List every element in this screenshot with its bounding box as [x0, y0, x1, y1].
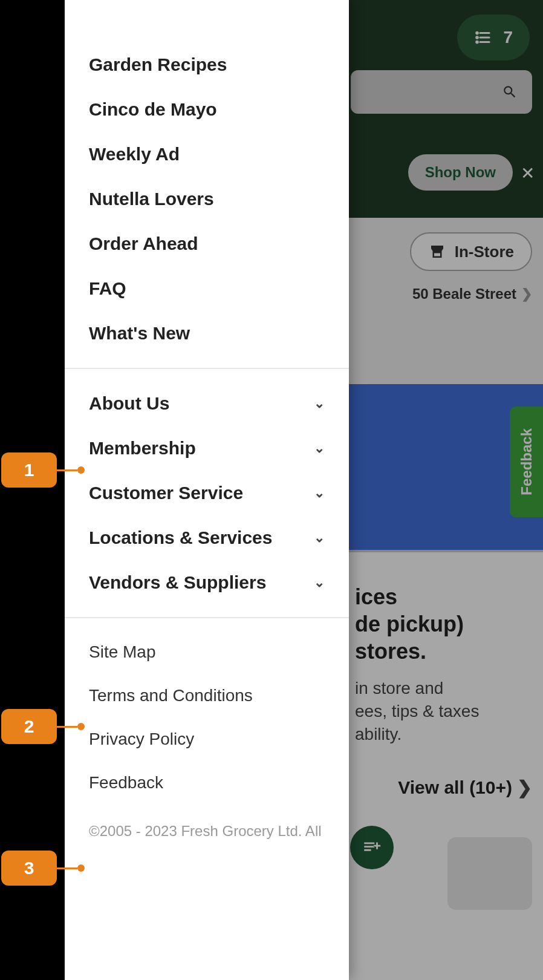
nav-weekly-ad[interactable]: Weekly Ad	[65, 132, 349, 177]
nav-vendors-suppliers[interactable]: Vendors & Suppliers⌄	[65, 560, 349, 605]
marker-number: 2	[1, 709, 57, 744]
nav-site-map[interactable]: Site Map	[65, 630, 349, 674]
marker-number: 1	[1, 452, 57, 488]
drawer-section-links: Garden Recipes Cinco de Mayo Weekly Ad N…	[65, 0, 349, 369]
marker-number: 3	[1, 851, 57, 886]
chevron-down-icon: ⌄	[314, 575, 325, 590]
nav-garden-recipes[interactable]: Garden Recipes	[65, 42, 349, 87]
chevron-down-icon: ⌄	[314, 530, 325, 546]
navigation-drawer: Garden Recipes Cinco de Mayo Weekly Ad N…	[65, 0, 349, 980]
nav-locations-services[interactable]: Locations & Services⌄	[65, 515, 349, 560]
chevron-down-icon: ⌄	[314, 396, 325, 411]
annotation-marker-2: 2	[1, 709, 85, 744]
chevron-down-icon: ⌄	[314, 440, 325, 456]
chevron-down-icon: ⌄	[314, 485, 325, 501]
annotation-marker-3: 3	[1, 851, 85, 886]
nav-terms[interactable]: Terms and Conditions	[65, 674, 349, 717]
nav-membership[interactable]: Membership⌄	[65, 426, 349, 471]
annotation-marker-1: 1	[1, 452, 85, 488]
nav-about-us[interactable]: About Us⌄	[65, 381, 349, 426]
nav-customer-service[interactable]: Customer Service⌄	[65, 471, 349, 515]
nav-nutella-lovers[interactable]: Nutella Lovers	[65, 177, 349, 221]
drawer-section-expandable: About Us⌄ Membership⌄ Customer Service⌄ …	[65, 369, 349, 618]
nav-feedback[interactable]: Feedback	[65, 761, 349, 805]
nav-whats-new[interactable]: What's New	[65, 311, 349, 356]
copyright-text: ©2005 - 2023 Fresh Grocery Ltd. All	[65, 805, 349, 840]
drawer-section-footer: Site Map Terms and Conditions Privacy Po…	[65, 618, 349, 852]
nav-cinco-de-mayo[interactable]: Cinco de Mayo	[65, 87, 349, 132]
nav-order-ahead[interactable]: Order Ahead	[65, 221, 349, 266]
nav-privacy[interactable]: Privacy Policy	[65, 717, 349, 761]
nav-faq[interactable]: FAQ	[65, 266, 349, 311]
drawer-backdrop[interactable]	[349, 0, 543, 980]
